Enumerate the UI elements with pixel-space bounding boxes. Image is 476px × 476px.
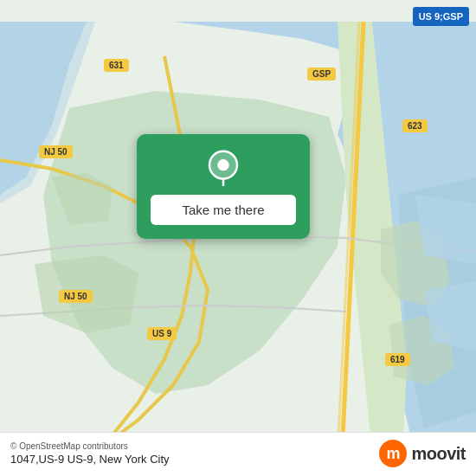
svg-point-2 [217, 159, 228, 170]
route-badge-text: US 9;GSP [419, 11, 463, 22]
road-badge-us9: US 9 [147, 327, 177, 340]
route-badge: US 9;GSP [413, 7, 469, 26]
road-badge-gsp-top: GSP [307, 68, 336, 80]
popup-card: Take me there [137, 134, 310, 239]
moovit-text: moovit [411, 444, 466, 464]
road-badge-nj50-bot: NJ 50 [59, 290, 93, 303]
road-badge-631: 631 [104, 59, 129, 72]
bottom-bar: © OpenStreetMap contributors 1047,US-9 U… [0, 432, 476, 476]
moovit-icon: m [379, 440, 407, 467]
moovit-logo: m moovit [379, 440, 466, 467]
location-label: 1047,US-9 US-9, New York City [10, 453, 170, 466]
map-attribution: © OpenStreetMap contributors [10, 441, 170, 451]
location-pin-icon [205, 150, 241, 186]
bottom-left: © OpenStreetMap contributors 1047,US-9 U… [10, 441, 170, 466]
take-me-there-button[interactable]: Take me there [151, 195, 296, 225]
map-container: 631 GSP GSP 623 619 NJ 50 NJ 50 US 9 US … [0, 0, 476, 476]
road-badge-nj50-top: NJ 50 [39, 145, 73, 158]
road-badge-623: 623 [402, 119, 428, 132]
road-badge-619: 619 [385, 353, 410, 366]
